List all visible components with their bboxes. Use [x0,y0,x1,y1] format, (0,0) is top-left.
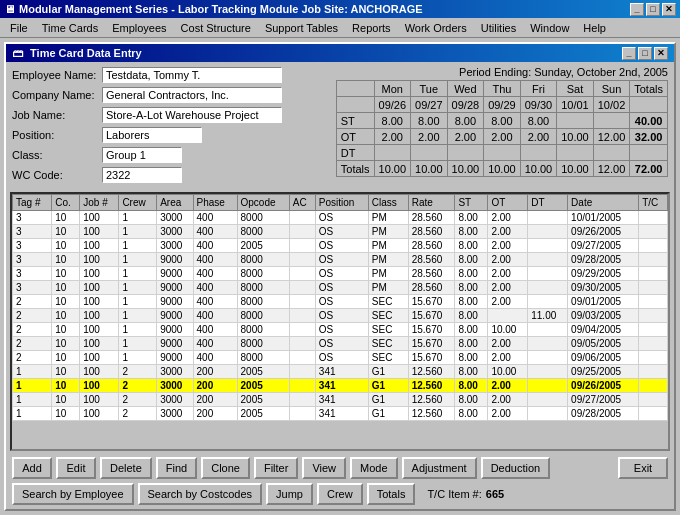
table-row[interactable]: 310100190004008000OSPM28.5608.002.0009/3… [13,281,668,295]
table-cell: 2005 [237,239,289,253]
table-cell: 09/29/2005 [568,267,639,281]
table-cell [639,365,668,379]
crew-button[interactable]: Crew [317,483,363,505]
time-table-dt-total [630,145,668,161]
table-cell: 3000 [157,407,193,421]
time-table-row-st: ST 8.00 8.00 8.00 8.00 8.00 40.00 [336,113,667,129]
view-button[interactable]: View [302,457,346,479]
table-cell: 09/03/2005 [568,309,639,323]
table-cell: PM [368,281,408,295]
table-cell: 3 [13,253,52,267]
table-row[interactable]: 310100190004008000OSPM28.5608.002.0009/2… [13,253,668,267]
jump-button[interactable]: Jump [266,483,313,505]
table-cell [289,337,315,351]
table-cell: 1 [119,295,157,309]
table-row[interactable]: 110100230002002005341G112.5608.002.0009/… [13,393,668,407]
table-cell: 3000 [157,239,193,253]
time-table-ot-sun: 12.00 [593,129,630,145]
data-grid-scroll[interactable]: Tag # Co. Job # Crew Area Phase Opcode A… [12,194,668,449]
table-cell: 9000 [157,267,193,281]
table-row[interactable]: 310100190004008000OSPM28.5608.002.0009/2… [13,267,668,281]
table-cell: 8000 [237,267,289,281]
time-table-totals-thu: 10.00 [484,161,521,177]
table-cell: 1 [119,253,157,267]
table-cell [289,365,315,379]
time-table-header-sun: Sun [593,81,630,97]
table-cell: 2 [13,323,52,337]
mode-button[interactable]: Mode [350,457,398,479]
time-table-date-blank [336,97,374,113]
job-row: Job Name: Store-A-Lot Warehouse Project [12,106,326,124]
table-row[interactable]: 310100130004002005OSPM28.5608.002.0009/2… [13,239,668,253]
table-cell: 8000 [237,309,289,323]
minimize-button[interactable]: _ [630,3,644,16]
table-cell: 2.00 [488,379,528,393]
inner-close-button[interactable]: ✕ [654,47,668,60]
table-cell [639,267,668,281]
table-cell: 8.00 [455,253,488,267]
table-row[interactable]: 110100230002002005341G112.5608.0010.0009… [13,365,668,379]
table-cell: 9000 [157,351,193,365]
menu-workorders[interactable]: Work Orders [399,20,473,36]
menu-utilities[interactable]: Utilities [475,20,522,36]
table-cell: 8000 [237,351,289,365]
bottom-area: Add Edit Delete Find Clone Filter View M… [6,453,674,509]
time-table-dt-sun [593,145,630,161]
maximize-button[interactable]: □ [646,3,660,16]
table-cell: 400 [193,351,237,365]
table-row[interactable]: 310100130004008000OSPM28.5608.002.0010/0… [13,211,668,225]
time-table-dt-sat [557,145,594,161]
table-row[interactable]: 110100230002002005341G112.5608.002.0009/… [13,407,668,421]
search-by-costcodes-button[interactable]: Search by Costcodes [138,483,263,505]
table-cell: 10 [52,379,80,393]
menu-supporttables[interactable]: Support Tables [259,20,344,36]
table-row[interactable]: 210100190004008000OSSEC15.6708.0010.0009… [13,323,668,337]
table-cell: 2 [119,407,157,421]
menu-help[interactable]: Help [577,20,612,36]
table-cell: 10 [52,253,80,267]
table-cell: 100 [80,337,119,351]
table-cell: OS [315,253,368,267]
totals-button[interactable]: Totals [367,483,416,505]
inner-maximize-button[interactable]: □ [638,47,652,60]
inner-minimize-button[interactable]: _ [622,47,636,60]
time-table-ot-total: 32.00 [630,129,668,145]
delete-button[interactable]: Delete [100,457,152,479]
table-cell [639,239,668,253]
table-row[interactable]: 210100190004008000OSSEC15.6708.002.0009/… [13,337,668,351]
table-row[interactable]: 210100190004008000OSSEC15.6708.002.0009/… [13,351,668,365]
table-cell: G1 [368,379,408,393]
menu-file[interactable]: File [4,20,34,36]
menu-window[interactable]: Window [524,20,575,36]
adjustment-button[interactable]: Adjustment [402,457,477,479]
menu-reports[interactable]: Reports [346,20,397,36]
table-cell: OS [315,323,368,337]
time-table-row-dt: DT [336,145,667,161]
table-cell: 400 [193,295,237,309]
table-row[interactable]: 310100130004008000OSPM28.5608.002.0009/2… [13,225,668,239]
table-cell [289,351,315,365]
table-cell: 1 [119,267,157,281]
exit-button[interactable]: Exit [618,457,668,479]
clone-button[interactable]: Clone [201,457,250,479]
table-row[interactable]: 210100190004008000OSSEC15.6708.002.0009/… [13,295,668,309]
find-button[interactable]: Find [156,457,197,479]
edit-button[interactable]: Edit [56,457,96,479]
filter-button[interactable]: Filter [254,457,298,479]
menu-coststructure[interactable]: Cost Structure [175,20,257,36]
table-cell [639,407,668,421]
menu-employees[interactable]: Employees [106,20,172,36]
close-button[interactable]: ✕ [662,3,676,16]
table-cell [528,295,568,309]
time-table-row-totals: Totals 10.00 10.00 10.00 10.00 10.00 10.… [336,161,667,177]
search-by-employee-button[interactable]: Search by Employee [12,483,134,505]
table-row[interactable]: 110100230002002005341G112.5608.002.0009/… [13,379,668,393]
table-cell: 10 [52,281,80,295]
add-button[interactable]: Add [12,457,52,479]
time-table-header-sat: Sat [557,81,594,97]
menu-timecards[interactable]: Time Cards [36,20,104,36]
deduction-button[interactable]: Deduction [481,457,551,479]
table-cell: 2 [13,295,52,309]
table-row[interactable]: 210100190004008000OSSEC15.6708.0011.0009… [13,309,668,323]
table-cell: 1 [119,281,157,295]
